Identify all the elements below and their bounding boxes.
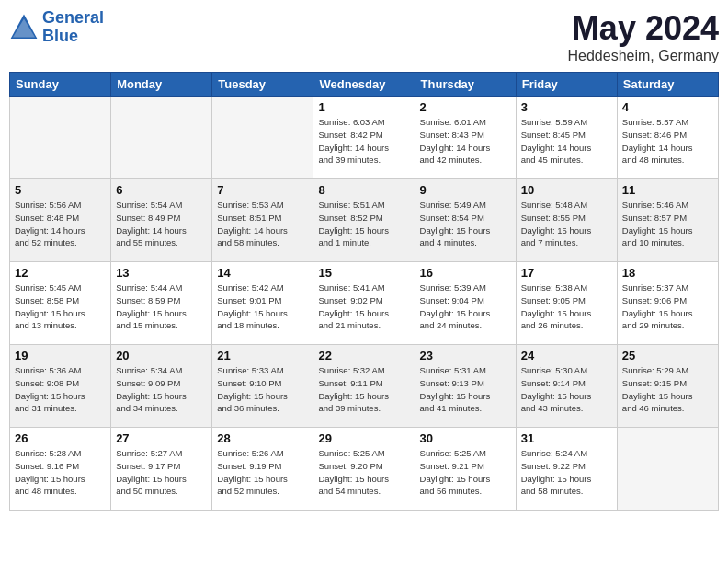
- day-number: 31: [521, 431, 612, 445]
- cell-info: Sunrise: 5:33 AM Sunset: 9:10 PM Dayligh…: [217, 364, 308, 415]
- month-title: May 2024: [567, 9, 719, 48]
- calendar-cell: 1Sunrise: 6:03 AM Sunset: 8:42 PM Daylig…: [313, 97, 415, 179]
- location: Heddesheim, Germany: [567, 48, 719, 64]
- day-number: 30: [420, 431, 511, 445]
- calendar-cell: 27Sunrise: 5:27 AM Sunset: 9:17 PM Dayli…: [111, 428, 212, 511]
- calendar-cell: 11Sunrise: 5:46 AM Sunset: 8:57 PM Dayli…: [617, 179, 718, 262]
- day-number: 12: [15, 266, 106, 280]
- cell-info: Sunrise: 5:56 AM Sunset: 8:48 PM Dayligh…: [15, 199, 106, 249]
- day-number: 26: [15, 431, 106, 445]
- calendar-cell: 14Sunrise: 5:42 AM Sunset: 9:01 PM Dayli…: [212, 262, 313, 345]
- cell-info: Sunrise: 5:57 AM Sunset: 8:46 PM Dayligh…: [622, 116, 713, 167]
- col-header-wednesday: Wednesday: [313, 73, 415, 97]
- day-number: 9: [420, 183, 511, 197]
- cell-info: Sunrise: 5:44 AM Sunset: 8:59 PM Dayligh…: [116, 282, 207, 332]
- cell-info: Sunrise: 5:25 AM Sunset: 9:20 PM Dayligh…: [318, 447, 409, 498]
- calendar-cell: 26Sunrise: 5:28 AM Sunset: 9:16 PM Dayli…: [10, 428, 111, 511]
- day-number: 3: [521, 100, 612, 114]
- page-header: General Blue May 2024 Heddesheim, German…: [9, 9, 719, 64]
- day-number: 13: [116, 266, 207, 280]
- day-number: 7: [217, 183, 308, 197]
- day-number: 15: [318, 266, 409, 280]
- day-number: 6: [116, 183, 207, 197]
- calendar-cell: 6Sunrise: 5:54 AM Sunset: 8:49 PM Daylig…: [111, 179, 212, 262]
- day-number: 18: [622, 266, 713, 280]
- calendar-cell: 23Sunrise: 5:31 AM Sunset: 9:13 PM Dayli…: [415, 345, 516, 428]
- day-number: 25: [622, 349, 713, 362]
- day-number: 8: [318, 183, 409, 197]
- calendar-header-row: SundayMondayTuesdayWednesdayThursdayFrid…: [10, 73, 719, 97]
- cell-info: Sunrise: 5:36 AM Sunset: 9:08 PM Dayligh…: [15, 364, 106, 415]
- cell-info: Sunrise: 5:59 AM Sunset: 8:45 PM Dayligh…: [521, 116, 612, 167]
- cell-info: Sunrise: 5:39 AM Sunset: 9:04 PM Dayligh…: [420, 282, 511, 332]
- svg-marker-1: [13, 18, 35, 37]
- calendar-cell: [212, 97, 313, 179]
- cell-info: Sunrise: 5:41 AM Sunset: 9:02 PM Dayligh…: [318, 282, 409, 332]
- calendar-cell: 5Sunrise: 5:56 AM Sunset: 8:48 PM Daylig…: [10, 179, 111, 262]
- col-header-friday: Friday: [516, 73, 617, 97]
- cell-info: Sunrise: 5:27 AM Sunset: 9:17 PM Dayligh…: [116, 447, 207, 498]
- calendar-cell: 29Sunrise: 5:25 AM Sunset: 9:20 PM Dayli…: [313, 428, 415, 511]
- cell-info: Sunrise: 5:29 AM Sunset: 9:15 PM Dayligh…: [622, 364, 713, 415]
- cell-info: Sunrise: 5:25 AM Sunset: 9:21 PM Dayligh…: [420, 447, 511, 498]
- cell-info: Sunrise: 5:26 AM Sunset: 9:19 PM Dayligh…: [217, 447, 308, 498]
- calendar-cell: 18Sunrise: 5:37 AM Sunset: 9:06 PM Dayli…: [617, 262, 718, 345]
- day-number: 27: [116, 431, 207, 445]
- calendar-cell: [617, 428, 718, 511]
- col-header-sunday: Sunday: [10, 73, 111, 97]
- calendar-cell: 3Sunrise: 5:59 AM Sunset: 8:45 PM Daylig…: [516, 97, 617, 179]
- cell-info: Sunrise: 5:49 AM Sunset: 8:54 PM Dayligh…: [420, 199, 511, 249]
- calendar-cell: 22Sunrise: 5:32 AM Sunset: 9:11 PM Dayli…: [313, 345, 415, 428]
- calendar-cell: [111, 97, 212, 179]
- calendar-week-row: 19Sunrise: 5:36 AM Sunset: 9:08 PM Dayli…: [10, 345, 719, 428]
- cell-info: Sunrise: 5:34 AM Sunset: 9:09 PM Dayligh…: [116, 364, 207, 415]
- day-number: 10: [521, 183, 612, 197]
- day-number: 29: [318, 431, 409, 445]
- cell-info: Sunrise: 6:01 AM Sunset: 8:43 PM Dayligh…: [420, 116, 511, 167]
- day-number: 17: [521, 266, 612, 280]
- cell-info: Sunrise: 5:37 AM Sunset: 9:06 PM Dayligh…: [622, 282, 713, 332]
- calendar-cell: 9Sunrise: 5:49 AM Sunset: 8:54 PM Daylig…: [415, 179, 516, 262]
- cell-info: Sunrise: 5:30 AM Sunset: 9:14 PM Dayligh…: [521, 364, 612, 415]
- cell-info: Sunrise: 5:31 AM Sunset: 9:13 PM Dayligh…: [420, 364, 511, 415]
- day-number: 16: [420, 266, 511, 280]
- logo-icon: [9, 13, 39, 42]
- calendar-cell: 8Sunrise: 5:51 AM Sunset: 8:52 PM Daylig…: [313, 179, 415, 262]
- day-number: 4: [622, 100, 713, 114]
- calendar: SundayMondayTuesdayWednesdayThursdayFrid…: [9, 72, 719, 511]
- cell-info: Sunrise: 6:03 AM Sunset: 8:42 PM Dayligh…: [318, 116, 409, 167]
- calendar-cell: 31Sunrise: 5:24 AM Sunset: 9:22 PM Dayli…: [516, 428, 617, 511]
- cell-info: Sunrise: 5:45 AM Sunset: 8:58 PM Dayligh…: [15, 282, 106, 332]
- day-number: 28: [217, 431, 308, 445]
- calendar-cell: 16Sunrise: 5:39 AM Sunset: 9:04 PM Dayli…: [415, 262, 516, 345]
- calendar-cell: 13Sunrise: 5:44 AM Sunset: 8:59 PM Dayli…: [111, 262, 212, 345]
- calendar-week-row: 26Sunrise: 5:28 AM Sunset: 9:16 PM Dayli…: [10, 428, 719, 511]
- calendar-week-row: 1Sunrise: 6:03 AM Sunset: 8:42 PM Daylig…: [10, 97, 719, 179]
- logo-text: General Blue: [42, 9, 104, 46]
- cell-info: Sunrise: 5:53 AM Sunset: 8:51 PM Dayligh…: [217, 199, 308, 249]
- cell-info: Sunrise: 5:32 AM Sunset: 9:11 PM Dayligh…: [318, 364, 409, 415]
- cell-info: Sunrise: 5:48 AM Sunset: 8:55 PM Dayligh…: [521, 199, 612, 249]
- day-number: 1: [318, 100, 409, 114]
- calendar-cell: 4Sunrise: 5:57 AM Sunset: 8:46 PM Daylig…: [617, 97, 718, 179]
- calendar-week-row: 12Sunrise: 5:45 AM Sunset: 8:58 PM Dayli…: [10, 262, 719, 345]
- calendar-cell: 7Sunrise: 5:53 AM Sunset: 8:51 PM Daylig…: [212, 179, 313, 262]
- calendar-cell: 19Sunrise: 5:36 AM Sunset: 9:08 PM Dayli…: [10, 345, 111, 428]
- cell-info: Sunrise: 5:51 AM Sunset: 8:52 PM Dayligh…: [318, 199, 409, 249]
- col-header-monday: Monday: [111, 73, 212, 97]
- day-number: 22: [318, 349, 409, 362]
- calendar-cell: 28Sunrise: 5:26 AM Sunset: 9:19 PM Dayli…: [212, 428, 313, 511]
- day-number: 14: [217, 266, 308, 280]
- cell-info: Sunrise: 5:46 AM Sunset: 8:57 PM Dayligh…: [622, 199, 713, 249]
- calendar-cell: 21Sunrise: 5:33 AM Sunset: 9:10 PM Dayli…: [212, 345, 313, 428]
- calendar-week-row: 5Sunrise: 5:56 AM Sunset: 8:48 PM Daylig…: [10, 179, 719, 262]
- day-number: 11: [622, 183, 713, 197]
- cell-info: Sunrise: 5:24 AM Sunset: 9:22 PM Dayligh…: [521, 447, 612, 498]
- calendar-cell: 20Sunrise: 5:34 AM Sunset: 9:09 PM Dayli…: [111, 345, 212, 428]
- cell-info: Sunrise: 5:38 AM Sunset: 9:05 PM Dayligh…: [521, 282, 612, 332]
- cell-info: Sunrise: 5:54 AM Sunset: 8:49 PM Dayligh…: [116, 199, 207, 249]
- calendar-cell: 15Sunrise: 5:41 AM Sunset: 9:02 PM Dayli…: [313, 262, 415, 345]
- calendar-cell: 12Sunrise: 5:45 AM Sunset: 8:58 PM Dayli…: [10, 262, 111, 345]
- day-number: 5: [15, 183, 106, 197]
- cell-info: Sunrise: 5:42 AM Sunset: 9:01 PM Dayligh…: [217, 282, 308, 332]
